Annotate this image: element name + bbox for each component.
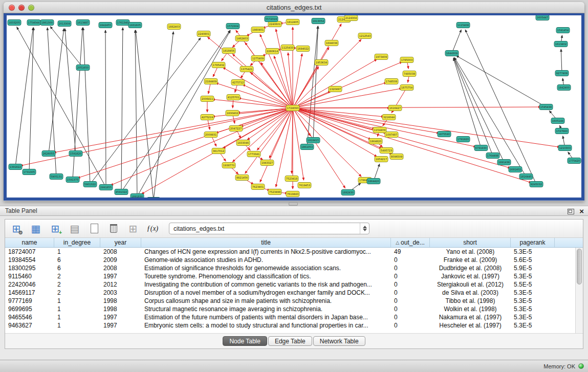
graph-node[interactable]: 1391822 <box>9 164 22 170</box>
graph-node[interactable]: 2009931 <box>204 132 217 138</box>
import-column-icon[interactable]: ⊞+ <box>48 222 62 235</box>
graph-node[interactable]: 2240601 <box>268 21 281 27</box>
graph-node[interactable]: 1731305 <box>23 169 36 175</box>
table-row[interactable]: 946554611997Estimation of the future num… <box>5 313 575 321</box>
column-header-pagerank[interactable]: pagerank <box>511 238 555 247</box>
graph-node[interactable]: 1097487 <box>385 132 398 138</box>
graph-node[interactable]: 1892430 <box>341 190 355 195</box>
graph-node[interactable]: 1875590 <box>438 132 451 137</box>
graph-node[interactable]: 5572319 <box>265 16 278 22</box>
window-titlebar[interactable]: citations_edges.txt <box>4 2 584 13</box>
graph-node[interactable]: 5905131 <box>50 174 63 180</box>
graph-node[interactable]: 1605144 <box>551 118 564 124</box>
graph-node[interactable]: 9245032 <box>530 182 543 187</box>
graph-node[interactable]: 4125701 <box>227 95 240 100</box>
table-row[interactable]: 2242004622012Investigating the contribut… <box>5 280 575 289</box>
minimize-button[interactable] <box>18 5 25 11</box>
graph-node[interactable]: 1918415 <box>307 138 320 143</box>
graph-node[interactable]: 1605447 <box>536 15 549 20</box>
table-options-icon[interactable]: ⊞⚙ <box>9 222 24 235</box>
graph-node[interactable]: 2006411 <box>201 96 214 102</box>
graph-node[interactable]: 3216044 <box>382 115 396 120</box>
graph-node[interactable]: 1727660 <box>555 128 569 134</box>
table-row[interactable]: 911546021997Tourette syndrome. Phenomeno… <box>5 272 575 280</box>
merge-table-icon[interactable]: ⊞ <box>126 222 140 235</box>
graph-node[interactable]: 4275219 <box>201 115 214 120</box>
graph-node[interactable]: 1891830 <box>130 194 144 198</box>
graph-node[interactable]: 2047227 <box>229 126 243 132</box>
graph-node[interactable]: 1644309 <box>445 51 459 56</box>
row-options-icon[interactable]: ▤ <box>68 222 82 235</box>
close-panel-icon[interactable]: × <box>579 208 584 215</box>
table-row[interactable]: 1938455462009Genome-wide association stu… <box>5 256 575 264</box>
graph-node[interactable]: 1375421 <box>240 67 253 72</box>
graph-node[interactable]: 1864420 <box>367 179 380 184</box>
graph-node[interactable]: 1591375 <box>66 177 79 183</box>
show-columns-icon[interactable]: ▦ <box>29 222 43 235</box>
graph-node[interactable]: 1773341 <box>247 151 260 157</box>
graph-node[interactable]: 1691402 <box>509 167 522 172</box>
column-header-year[interactable]: year <box>100 238 141 247</box>
graph-node[interactable]: 1694022 <box>296 46 310 52</box>
graph-node[interactable]: 1953634 <box>315 60 328 65</box>
graph-node[interactable]: 7623401 <box>251 184 265 190</box>
table-row[interactable]: 1830029562008Estimation of significance … <box>5 264 575 272</box>
graph-node[interactable]: 6791930 <box>474 145 488 151</box>
network-svg[interactable]: 1724093181240522406011980401146240318184… <box>7 15 581 198</box>
function-builder-icon[interactable]: ƒ(x) <box>145 222 160 235</box>
graph-node[interactable]: 1572304 <box>226 24 239 29</box>
graph-node[interactable]: 1842455 <box>99 23 112 28</box>
graph-node[interactable]: 1931605 <box>128 23 142 28</box>
column-header-short[interactable]: short <box>430 238 511 247</box>
graph-node[interactable]: 7485038 <box>403 71 416 77</box>
graph-node[interactable]: 1785432 <box>212 62 225 68</box>
tab-node-table[interactable]: Node Table <box>223 336 267 346</box>
graph-node[interactable]: 1320497 <box>329 86 342 92</box>
graph-node[interactable]: 1591454 <box>556 28 570 33</box>
tab-network-table[interactable]: Network Table <box>313 336 365 346</box>
graph-node[interactable]: 1818456 <box>222 48 235 54</box>
graph-node[interactable]: 1748508 <box>385 79 398 84</box>
graph-node[interactable]: 2124304 <box>344 15 358 21</box>
table-vertical-scrollbar[interactable] <box>575 248 583 333</box>
graph-node[interactable]: 2626055 <box>42 151 55 157</box>
column-header-out_degree[interactable]: △out_de... <box>391 238 430 247</box>
graph-node[interactable]: 1775420 <box>568 158 581 164</box>
graph-node[interactable]: 1591820 <box>69 151 82 157</box>
graph-node[interactable]: 1842400 <box>557 85 571 91</box>
graph-node[interactable]: 1761340 <box>116 20 129 26</box>
graph-node[interactable]: 1791920 <box>456 137 470 142</box>
graph-node[interactable]: 1785003 <box>400 57 413 63</box>
graph-node[interactable]: 1210303 <box>558 145 572 151</box>
graph-node[interactable]: 2280614 <box>266 49 279 54</box>
graph-node[interactable]: 7619453 <box>298 183 311 188</box>
table-row[interactable]: 1872400712008Changes of HCN gene express… <box>5 248 575 256</box>
graph-node[interactable]: 1816445 <box>519 174 533 180</box>
graph-node[interactable]: 1943327 <box>260 160 274 166</box>
graph-node[interactable]: 3617012 <box>212 148 225 154</box>
graph-node[interactable]: 1115408 <box>456 23 470 28</box>
graph-node[interactable]: 1980401 <box>251 27 265 33</box>
network-table-select[interactable]: citations_edges.txt <box>169 223 369 234</box>
tab-edge-table[interactable]: Edge Table <box>268 336 312 346</box>
graph-node[interactable]: 1154409 <box>373 127 386 133</box>
graph-node[interactable]: 4591322 <box>115 189 128 195</box>
graph-node[interactable]: 1833046 <box>236 140 250 146</box>
graph-node[interactable]: 1595438 <box>539 104 553 110</box>
graph-node[interactable]: 2991855 <box>99 185 113 190</box>
graph-node[interactable]: 1694038 <box>325 40 338 46</box>
graph-node[interactable]: 9821456 <box>235 175 249 181</box>
graph-node[interactable]: 1764498 <box>486 153 499 159</box>
column-header-name[interactable]: name <box>5 238 54 247</box>
graph-node[interactable]: 1616427 <box>388 105 402 111</box>
graph-node[interactable]: 1864820 <box>369 139 382 144</box>
panel-splitter-handle[interactable] <box>289 202 298 206</box>
graph-node[interactable]: 7523418 <box>285 176 298 182</box>
delete-table-icon[interactable] <box>106 222 121 235</box>
new-table-icon[interactable] <box>87 222 101 235</box>
graph-node[interactable]: 1875754 <box>400 85 413 91</box>
column-header-title[interactable]: title <box>141 238 391 247</box>
graph-node[interactable]: 1212543 <box>358 33 372 39</box>
table-row[interactable]: 977716911998Corpus callosum shape and si… <box>5 297 575 305</box>
graph-node[interactable]: 1812405 <box>286 19 299 25</box>
